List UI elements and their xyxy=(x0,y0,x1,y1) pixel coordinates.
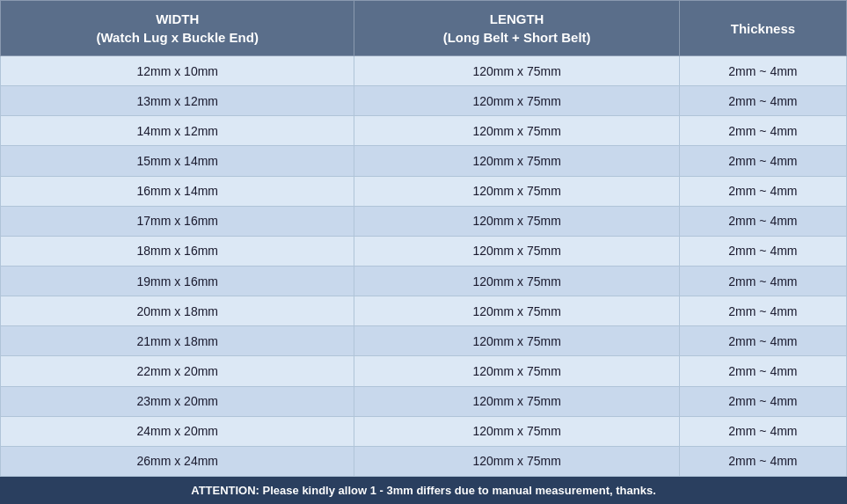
cell-thickness: 2mm ~ 4mm xyxy=(679,386,846,416)
cell-length: 120mm x 75mm xyxy=(354,176,679,206)
cell-width: 15mm x 14mm xyxy=(1,146,354,176)
cell-thickness: 2mm ~ 4mm xyxy=(679,446,846,476)
cell-width: 24mm x 20mm xyxy=(1,416,354,446)
cell-width: 18mm x 16mm xyxy=(1,236,354,266)
cell-length: 120mm x 75mm xyxy=(354,116,679,146)
table-row: 23mm x 20mm120mm x 75mm2mm ~ 4mm xyxy=(1,386,847,416)
cell-thickness: 2mm ~ 4mm xyxy=(679,206,846,236)
cell-length: 120mm x 75mm xyxy=(354,206,679,236)
footer-notice: ATTENTION: Please kindly allow 1 - 3mm d… xyxy=(0,477,847,504)
footer-prefix: ATTENTION: xyxy=(191,484,259,497)
cell-thickness: 2mm ~ 4mm xyxy=(679,266,846,296)
cell-thickness: 2mm ~ 4mm xyxy=(679,116,846,146)
cell-length: 120mm x 75mm xyxy=(354,146,679,176)
cell-width: 22mm x 20mm xyxy=(1,356,354,386)
cell-width: 26mm x 24mm xyxy=(1,446,354,476)
cell-thickness: 2mm ~ 4mm xyxy=(679,416,846,446)
cell-thickness: 2mm ~ 4mm xyxy=(679,86,846,116)
header-width: WIDTH (Watch Lug x Buckle End) xyxy=(1,1,354,56)
cell-thickness: 2mm ~ 4mm xyxy=(679,326,846,356)
header-length-line2: (Long Belt + Short Belt) xyxy=(361,28,671,47)
cell-width: 17mm x 16mm xyxy=(1,206,354,236)
cell-length: 120mm x 75mm xyxy=(354,416,679,446)
cell-width: 19mm x 16mm xyxy=(1,266,354,296)
cell-length: 120mm x 75mm xyxy=(354,386,679,416)
table-row: 15mm x 14mm120mm x 75mm2mm ~ 4mm xyxy=(1,146,847,176)
table-row: 16mm x 14mm120mm x 75mm2mm ~ 4mm xyxy=(1,176,847,206)
cell-width: 20mm x 18mm xyxy=(1,296,354,326)
header-length: LENGTH (Long Belt + Short Belt) xyxy=(354,1,679,56)
cell-length: 120mm x 75mm xyxy=(354,236,679,266)
cell-thickness: 2mm ~ 4mm xyxy=(679,176,846,206)
cell-length: 120mm x 75mm xyxy=(354,86,679,116)
cell-width: 16mm x 14mm xyxy=(1,176,354,206)
header-width-line1: WIDTH xyxy=(8,10,347,28)
table-body: 12mm x 10mm120mm x 75mm2mm ~ 4mm13mm x 1… xyxy=(1,56,847,477)
cell-length: 120mm x 75mm xyxy=(354,326,679,356)
cell-thickness: 2mm ~ 4mm xyxy=(679,146,846,176)
table-header-row: WIDTH (Watch Lug x Buckle End) LENGTH (L… xyxy=(1,1,847,56)
table-row: 18mm x 16mm120mm x 75mm2mm ~ 4mm xyxy=(1,236,847,266)
table-row: 19mm x 16mm120mm x 75mm2mm ~ 4mm xyxy=(1,266,847,296)
header-width-line2: (Watch Lug x Buckle End) xyxy=(8,28,347,47)
cell-length: 120mm x 75mm xyxy=(354,356,679,386)
cell-width: 14mm x 12mm xyxy=(1,116,354,146)
cell-length: 120mm x 75mm xyxy=(354,56,679,86)
cell-thickness: 2mm ~ 4mm xyxy=(679,236,846,266)
footer-text: Please kindly allow 1 - 3mm differs due … xyxy=(263,484,656,497)
table-row: 26mm x 24mm120mm x 75mm2mm ~ 4mm xyxy=(1,446,847,476)
cell-length: 120mm x 75mm xyxy=(354,266,679,296)
cell-width: 21mm x 18mm xyxy=(1,326,354,356)
cell-length: 120mm x 75mm xyxy=(354,446,679,476)
cell-width: 12mm x 10mm xyxy=(1,56,354,86)
size-table: WIDTH (Watch Lug x Buckle End) LENGTH (L… xyxy=(0,0,847,477)
table-row: 13mm x 12mm120mm x 75mm2mm ~ 4mm xyxy=(1,86,847,116)
table-row: 17mm x 16mm120mm x 75mm2mm ~ 4mm xyxy=(1,206,847,236)
table-row: 12mm x 10mm120mm x 75mm2mm ~ 4mm xyxy=(1,56,847,86)
table-row: 24mm x 20mm120mm x 75mm2mm ~ 4mm xyxy=(1,416,847,446)
cell-length: 120mm x 75mm xyxy=(354,296,679,326)
cell-thickness: 2mm ~ 4mm xyxy=(679,356,846,386)
cell-width: 13mm x 12mm xyxy=(1,86,354,116)
header-thickness: Thickness xyxy=(679,1,846,56)
table-row: 21mm x 18mm120mm x 75mm2mm ~ 4mm xyxy=(1,326,847,356)
cell-thickness: 2mm ~ 4mm xyxy=(679,56,846,86)
table-row: 14mm x 12mm120mm x 75mm2mm ~ 4mm xyxy=(1,116,847,146)
cell-width: 23mm x 20mm xyxy=(1,386,354,416)
table-row: 20mm x 18mm120mm x 75mm2mm ~ 4mm xyxy=(1,296,847,326)
cell-thickness: 2mm ~ 4mm xyxy=(679,296,846,326)
table-row: 22mm x 20mm120mm x 75mm2mm ~ 4mm xyxy=(1,356,847,386)
table-container: WIDTH (Watch Lug x Buckle End) LENGTH (L… xyxy=(0,0,847,504)
header-length-line1: LENGTH xyxy=(361,10,671,28)
